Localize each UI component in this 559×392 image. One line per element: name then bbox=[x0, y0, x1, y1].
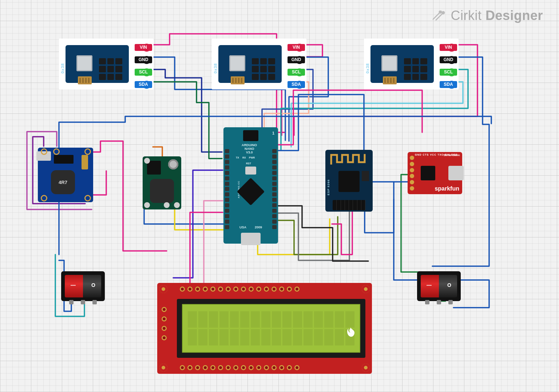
tx-label: TX bbox=[236, 156, 239, 159]
pin-label-gnd: GND bbox=[288, 56, 305, 63]
pin-header-left[interactable] bbox=[225, 149, 229, 229]
pin-label-gnd: GND bbox=[135, 56, 152, 63]
serial-header[interactable] bbox=[410, 156, 414, 191]
sensor-addr: 0x38 bbox=[365, 63, 370, 73]
usb-mini-port[interactable] bbox=[241, 233, 261, 245]
rx-label: RX bbox=[242, 156, 246, 159]
boost-converter[interactable]: 4R7 bbox=[38, 148, 93, 202]
model-l1: ARDUINO bbox=[242, 143, 257, 147]
rst-label: RST bbox=[246, 162, 251, 165]
pin-1-label: 1 bbox=[272, 131, 274, 135]
model-l3: V3.0 bbox=[246, 151, 253, 154]
lcd-header-bottom[interactable] bbox=[180, 365, 300, 370]
rocker-on-mark: — bbox=[427, 282, 432, 288]
sensor-module-2[interactable]: 0x38 VIN GND SCL SDA bbox=[212, 39, 306, 89]
pin-label-vin: VIN bbox=[440, 44, 457, 51]
inductor-label: 4R7 bbox=[51, 170, 75, 194]
rocker-off-mark: O bbox=[91, 282, 95, 288]
buck-converter[interactable] bbox=[143, 156, 181, 209]
esp-header[interactable] bbox=[333, 200, 365, 210]
pin-label-gnd: GND bbox=[440, 56, 457, 63]
lcd-16x2[interactable] bbox=[157, 283, 372, 374]
sensor-pcb bbox=[66, 45, 129, 83]
pin-label-scl: SCL bbox=[440, 69, 457, 76]
potentiometer-icon[interactable] bbox=[168, 159, 178, 169]
pcb-antenna-icon bbox=[330, 153, 368, 165]
rocker-on-mark: — bbox=[71, 282, 76, 288]
pin-header-right[interactable] bbox=[272, 149, 277, 229]
lcd-header-top[interactable] bbox=[180, 287, 300, 292]
usb-c-port[interactable] bbox=[448, 166, 464, 180]
arduino-nano[interactable]: 1 ARDUINO NANO V3.0 TX RX PWR RST ARDUIN… bbox=[223, 127, 278, 244]
rocker-switch-1[interactable]: — O bbox=[61, 271, 105, 301]
sparkfun-serial-basic[interactable]: Serial Basic GND CTS VCC TXO RXI DTR spa… bbox=[408, 152, 462, 194]
sensor-addr: 0x38 bbox=[213, 63, 218, 73]
model-l2: NANO bbox=[245, 147, 254, 151]
pin-labels: GND CTS VCC TXO RXI DTR bbox=[415, 153, 458, 156]
icsp-header[interactable] bbox=[243, 130, 258, 141]
esp8266-module[interactable]: ESP 8266 bbox=[325, 150, 373, 212]
rocker-switch-2[interactable]: — O bbox=[417, 271, 461, 301]
pin-label-vin: VIN bbox=[135, 44, 152, 51]
reset-button[interactable] bbox=[245, 167, 256, 175]
lcd-side-header[interactable] bbox=[162, 307, 167, 340]
pin-label-sda: SDA bbox=[440, 81, 457, 88]
esp-label: ESP 8266 bbox=[327, 179, 330, 195]
lcd-bezel bbox=[177, 299, 365, 358]
sensor-addr: 0x38 bbox=[60, 63, 65, 73]
year-label: 2009 bbox=[255, 225, 262, 229]
pin-label-sda: SDA bbox=[288, 81, 305, 88]
sensor-module-1[interactable]: 0x38 VIN GND SCL SDA bbox=[59, 39, 154, 89]
lcd-glass bbox=[182, 304, 360, 353]
pin-label-scl: SCL bbox=[135, 69, 152, 76]
pin-label-sda: SDA bbox=[135, 81, 152, 88]
sparkfun-flame-icon bbox=[346, 327, 354, 339]
made-label: USA bbox=[239, 225, 246, 229]
pin-label-scl: SCL bbox=[288, 69, 305, 76]
sparkfun-logo: sparkfun bbox=[435, 185, 459, 192]
pin-label-vin: VIN bbox=[288, 44, 305, 51]
mcu-chip-icon bbox=[237, 178, 265, 205]
sensor-module-3[interactable]: 0x38 VIN GND SCL SDA bbox=[364, 39, 459, 89]
rocker-off-mark: O bbox=[447, 282, 451, 288]
pwr-label: PWR bbox=[249, 156, 255, 159]
